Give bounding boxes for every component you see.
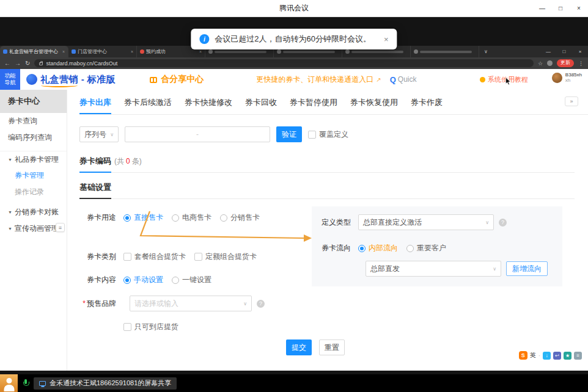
brand[interactable]: 礼盒营销 - 标准版: [26, 74, 116, 85]
radio-vip-customer[interactable]: 重要客户: [406, 243, 446, 253]
tab-favicon-icon: [140, 49, 144, 54]
user-account[interactable]: B385xh xh: [552, 72, 582, 83]
browser-tab[interactable]: 门店管理中心 ×: [68, 46, 137, 57]
sidebar-group-distribution[interactable]: ▼ 分销券卡对账: [0, 204, 67, 220]
basic-settings-title: 基础设置: [79, 182, 111, 199]
checkbox-store-pickup-only[interactable]: 只可到店提货: [123, 322, 178, 332]
tab-favicon-icon: [414, 49, 418, 54]
tab-close-icon[interactable]: ×: [199, 49, 202, 54]
help-icon[interactable]: ?: [499, 219, 507, 227]
verify-button[interactable]: 验证: [276, 126, 302, 142]
brand-select[interactable]: 请选择或输入 ∨: [130, 296, 252, 311]
settings-form: 券卡用途 直接售卡 电商售卡: [79, 206, 588, 332]
tab-card-outbound[interactable]: 券卡出库: [79, 97, 111, 114]
sidebar-item-code-seq-query[interactable]: 编码序列查询: [0, 129, 67, 146]
radio-manual-setting[interactable]: 手动设置: [123, 275, 163, 285]
radio-direct-sale[interactable]: 直接售卡: [123, 212, 163, 223]
favorite-icon[interactable]: ★: [564, 352, 571, 360]
tab-favicon-icon: [3, 49, 7, 54]
microphone-icon[interactable]: [23, 379, 29, 388]
translate-logo-icon[interactable]: S: [519, 351, 527, 360]
flow-target-select[interactable]: 总部直发 ∨: [366, 261, 501, 277]
tab-card-recycle[interactable]: 券卡回收: [245, 97, 277, 114]
checkbox-combo-card[interactable]: 套餐组合提货卡: [123, 252, 186, 262]
card-codes-header: 券卡编码(共0条): [79, 155, 575, 173]
overwrite-checkbox[interactable]: [308, 131, 316, 139]
chevron-down-icon: ∨: [110, 132, 114, 137]
tab-title: 预约成功: [146, 48, 197, 55]
address-bar[interactable]: standard.maboy.cn/CardsOut: [34, 59, 534, 67]
speaker-icon[interactable]: ↓: [543, 352, 551, 360]
sidebar-title: 券卡中心: [0, 90, 67, 113]
browser-menu-icon[interactable]: ⋮: [578, 60, 584, 67]
promo-link[interactable]: 更快捷的券卡、订单和快递通道入口 ↗: [256, 74, 381, 85]
browser-maximize-button[interactable]: □: [556, 46, 572, 57]
sidebar-item-op-log[interactable]: 操作记录: [0, 184, 67, 200]
tab-favicon-icon: [277, 49, 281, 54]
web-app-page: 功能 导航 礼盒营销 - 标准版 合分享中心 更快捷的券卡、订单和快递通道入口 …: [0, 69, 588, 371]
radio-ecommerce-sale[interactable]: 电商售卡: [172, 212, 211, 223]
sidebar-toggle[interactable]: ≡: [56, 223, 65, 232]
store-only-row: 只可到店提货: [79, 322, 312, 332]
radio-icon: [172, 277, 179, 284]
gift-icon: [150, 77, 157, 83]
flow-row: 券卡流向 内部流向 重要客户: [312, 243, 562, 253]
browser-tab-active[interactable]: 礼盒营销平台管理中心 ×: [0, 46, 68, 57]
menu-grid-icon[interactable]: ≡: [574, 352, 582, 360]
function-nav-button[interactable]: 功能 导航: [0, 69, 20, 90]
sidebar-item-card-query[interactable]: 券卡查询: [0, 113, 67, 129]
tab-card-quick-edit[interactable]: 券卡快捷修改: [185, 97, 232, 114]
tab-favicon-icon: [72, 49, 76, 54]
browser-update-button[interactable]: 更新: [557, 59, 574, 67]
define-panel: 定义类型 总部直接定义激活 ∨ ? 券卡流向: [312, 206, 562, 286]
browser-close-button[interactable]: ×: [572, 46, 588, 57]
define-type-select[interactable]: 总部直接定义激活 ∨: [358, 214, 494, 230]
chevron-down-icon: ▼: [8, 210, 12, 214]
quick-search[interactable]: Q Quick: [390, 75, 417, 84]
radio-internal-flow[interactable]: 内部流向: [358, 243, 398, 253]
lock-icon: [39, 62, 43, 65]
sidebar-item-card-mgmt[interactable]: 券卡管理: [0, 167, 67, 184]
sidebar-group-gift-card-mgmt[interactable]: ▼ 礼品券卡管理: [0, 151, 67, 167]
bookmark-star-icon[interactable]: ☆: [538, 60, 543, 67]
tab-search-icon[interactable]: ∨: [479, 46, 493, 57]
app-header: 功能 导航 礼盒营销 - 标准版 合分享中心 更快捷的券卡、订单和快递通道入口 …: [0, 69, 588, 90]
overwrite-checkbox-row: 覆盖定义: [308, 129, 348, 140]
brand-logo-icon: [26, 74, 37, 85]
page-tabs: 券卡出库 券卡后续激活 券卡快捷修改 券卡回收 券卡暂停使用 券卡恢复使用 券卡…: [79, 90, 588, 115]
undo-icon[interactable]: ↩: [553, 352, 561, 360]
reload-icon[interactable]: ↻: [25, 60, 30, 67]
browser-minimize-button[interactable]: —: [540, 46, 556, 57]
tutorial-link[interactable]: 系统使用教程: [480, 75, 528, 84]
radio-icon: [123, 214, 131, 222]
tab-card-pause[interactable]: 券卡暂停使用: [290, 97, 337, 114]
radio-one-click-setting[interactable]: 一键设置: [172, 275, 211, 285]
tab-favicon-icon: [345, 49, 350, 54]
toast-close-icon[interactable]: ×: [384, 35, 389, 44]
browser-tab[interactable]: [411, 46, 479, 57]
tab-card-activate[interactable]: 券卡后续激活: [124, 97, 172, 114]
tab-close-icon[interactable]: ×: [62, 49, 65, 54]
serial-range-input[interactable]: [125, 126, 270, 142]
collapse-panel-button[interactable]: »: [565, 96, 578, 106]
tab-card-resume[interactable]: 券卡恢复使用: [350, 97, 398, 114]
add-flow-button[interactable]: 新增流向: [506, 261, 548, 276]
monitor-icon: [39, 381, 46, 386]
toast-message: 会议已超过2人，自动转为60分钟限时会议。: [215, 34, 371, 45]
radio-distribution-sale[interactable]: 分销售卡: [220, 212, 260, 223]
close-button[interactable]: ×: [570, 0, 588, 16]
tab-card-void[interactable]: 券卡作废: [411, 97, 443, 114]
minimize-button[interactable]: —: [533, 0, 551, 16]
maximize-button[interactable]: □: [551, 0, 570, 16]
forward-icon[interactable]: →: [15, 60, 21, 67]
checkbox-fixed-combo-card[interactable]: 定额组合提货卡: [194, 252, 257, 262]
reset-button[interactable]: 重置: [319, 339, 345, 355]
submit-button[interactable]: 提交: [286, 339, 312, 355]
language-label[interactable]: 英: [530, 351, 536, 360]
back-icon[interactable]: ←: [4, 60, 10, 67]
tab-close-icon[interactable]: ×: [131, 49, 133, 54]
browser-profile-icon[interactable]: [547, 60, 553, 66]
share-center-link[interactable]: 合分享中心: [150, 74, 204, 85]
help-icon[interactable]: ?: [257, 300, 265, 308]
serial-select[interactable]: 序列号 ∨: [79, 126, 119, 142]
